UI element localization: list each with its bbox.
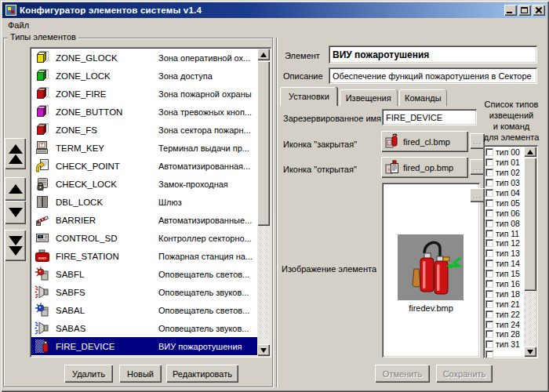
barrier-icon [34,212,50,228]
list-item-check_lock[interactable]: CHECK_LOCKЗамок-проходная [31,175,257,193]
type-item-13[interactable]: тип 16 [485,279,524,289]
list-item-sabal[interactable]: SABALОповещатель светов... [31,301,257,319]
lamp-red-icon [34,267,50,282]
reserved-name-field[interactable]: FIRE_DEVICE [382,109,477,125]
save-button[interactable]: Сохранить [436,365,493,383]
move-down-button[interactable] [5,201,26,224]
terminal-icon: T [34,140,50,156]
checkbox-icon[interactable] [485,249,493,257]
new-button[interactable]: Новый [119,365,162,383]
type-item-7[interactable]: тип 08 [485,218,524,228]
type-item-18[interactable]: тип 28 [485,329,524,339]
menu-item-file[interactable]: Файл [2,19,35,31]
speaker-blue-icon [34,321,50,336]
checkbox-icon[interactable] [485,260,493,267]
checkbox-icon[interactable] [485,310,493,318]
checkbox-icon[interactable] [485,189,493,197]
icon-closed-field[interactable]: п fired_cl.bmp [381,131,468,152]
types-list-title: Список типов извещений и команд для элем… [475,99,547,143]
list-item-dbl_lock[interactable]: DBL_LOCKШлюз [31,193,257,211]
move-bottom-button[interactable] [5,230,26,261]
checkbox-icon[interactable] [485,330,493,338]
type-item-15[interactable]: тип 21 [485,299,524,309]
element-type-name: ZONE_FS [56,125,158,135]
type-item-3[interactable]: тип 03 [485,178,524,188]
list-item-sabfl[interactable]: SABFLОповещатель светов... [31,265,257,283]
list-item-fire_station[interactable]: япкпFIRE_STATIONПожарная станция на... [31,247,257,265]
type-item-8[interactable]: тип 11 [485,228,524,238]
checkbox-icon[interactable] [485,321,493,328]
list-item-check_point[interactable]: CHECK_POINTАвтоматизированная... [31,157,257,175]
types-scroll-down-button[interactable] [524,347,536,357]
types-scrollbar-thumb[interactable] [524,158,536,291]
type-item-6[interactable]: тип 06 [485,208,524,218]
edit-button[interactable]: Редактировать [166,365,238,383]
checkbox-icon[interactable] [485,169,493,176]
description-field[interactable]: Обеспечение функций пожаротушения в Сект… [329,67,537,84]
type-item-11[interactable]: тип 14 [485,259,524,269]
maximize-button[interactable] [518,5,531,16]
list-item-zone_button[interactable]: ZONE_BUTTONЗона тревожных кноп... [31,103,257,121]
checkbox-icon[interactable] [485,239,493,247]
scroll-down-button[interactable] [257,344,270,356]
checkbox-icon[interactable] [485,220,493,227]
checkbox-icon[interactable] [485,270,493,278]
list-item-sabfs[interactable]: SABFSОповещатель звуков... [31,283,257,301]
type-item-label: тип 31 [496,339,520,349]
checkbox-icon[interactable] [485,148,493,156]
checkbox-icon[interactable] [485,340,493,348]
element-name-field[interactable]: ВИУ пожаротушения [329,45,537,64]
scrollbar-thumb[interactable] [257,61,270,226]
type-item-19[interactable]: тип 31 [485,339,524,350]
list-item-zone_glock[interactable]: ZONE_GLOCKЗона оперативной ох... [31,49,257,67]
type-item-0[interactable]: тип 00 [485,147,524,158]
checkbox-icon[interactable] [485,300,493,308]
list-scrollbar[interactable] [257,49,270,356]
type-item-1[interactable]: тип 01 [485,158,524,168]
checkbox-icon[interactable] [485,290,493,298]
list-item-zone_fire[interactable]: ZONE_FIREЗона пожарной охраны [31,85,257,103]
icon-open-field[interactable]: п fired_op.bmp [381,157,468,178]
list-item-control_sd[interactable]: CONTROL_SDКонтроллер секторно... [31,229,257,247]
type-item-partial[interactable] [485,350,524,358]
checkbox-icon[interactable] [485,350,493,358]
list-item-zone_lock[interactable]: ZONE_LOCKЗона доступа [31,67,257,85]
type-item-16[interactable]: тип 22 [485,309,524,319]
cancel-button[interactable]: Отменить [375,365,430,383]
checkbox-icon[interactable] [485,179,493,187]
type-item-label: тип 03 [496,178,520,187]
type-item-4[interactable]: тип 04 [485,188,524,198]
type-item-label: тип 04 [496,188,520,198]
browse-image-button[interactable]: ... [470,188,485,202]
checkbox-icon[interactable] [485,158,493,166]
list-item-fire_device[interactable]: FIRE_DEVICEВИУ пожаротушения [31,337,257,355]
move-top-button[interactable] [5,138,26,169]
tab-commands[interactable]: Команды [399,89,447,106]
minimize-button[interactable] [504,5,517,16]
list-item-sabas[interactable]: SABASОповещатель звуков... [31,319,257,337]
type-item-2[interactable]: тип 02 [485,168,524,178]
tab-settings[interactable]: Установки [280,87,338,106]
type-item-14[interactable]: тип 18 [485,289,524,299]
type-item-12[interactable]: тип 15 [485,269,524,279]
scroll-up-button[interactable] [257,49,270,60]
type-item-5[interactable]: тип 05 [485,198,524,208]
list-item-barrier[interactable]: BARRIERАвтоматизированные... [31,211,257,229]
checkbox-icon[interactable] [485,280,493,288]
type-item-10[interactable]: тип 13 [485,249,524,259]
types-scroll-up-button[interactable] [524,147,536,157]
checkbox-icon[interactable] [485,209,493,217]
types-scrollbar[interactable] [524,147,536,357]
checkbox-icon[interactable] [485,230,493,238]
close-button[interactable] [533,5,545,16]
type-item-9[interactable]: тип 12 [485,238,524,249]
element-type-name: CONTROL_SD [56,234,158,243]
tab-notifications[interactable]: Извещения [340,89,398,106]
list-item-term_key[interactable]: T TERM_KEYТерминал выдачи пр... [31,139,257,157]
move-up-button[interactable] [5,177,26,201]
type-item-label: тип 15 [496,269,520,278]
delete-button[interactable]: Удалить [64,365,113,383]
checkbox-icon[interactable] [485,199,493,207]
list-item-zone_fs[interactable]: ZONE_FSЗона сектора пожарн... [31,121,257,139]
type-item-17[interactable]: тип 24 [485,319,524,329]
